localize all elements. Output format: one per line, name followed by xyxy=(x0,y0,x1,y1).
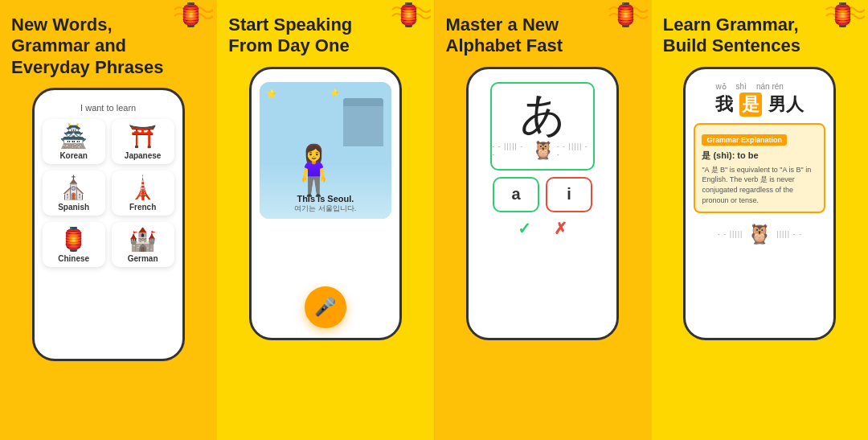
lang-card-chinese[interactable]: 🏮 Chinese xyxy=(43,222,105,267)
audio-waves-2: - - ||||| - - xyxy=(557,142,594,158)
star-2: ⭐ xyxy=(330,88,339,97)
chinese-sentence: wǒ shì nán rén 我 是 男人 xyxy=(715,82,804,117)
lang-card-korean[interactable]: 🏯 Korean xyxy=(43,119,105,164)
german-icon: 🏰 xyxy=(129,228,157,251)
audio-wave-left: - - ||||| xyxy=(718,230,743,238)
verdict-row: ✓ ✗ xyxy=(518,219,567,238)
phone-mockup-4: wǒ shì nán rén 我 是 男人 Grammar Explanatio… xyxy=(683,67,836,340)
mascot-1: 🦉 xyxy=(532,140,554,161)
character-display: あ xyxy=(520,92,566,137)
speaking-screen: 🧍‍♀️ ⭐ ⭐ This is Seoul. 여기는 서울입니다. xyxy=(260,82,391,219)
mic-button[interactable]: 🎤 xyxy=(305,286,346,328)
korean-icon: 🏯 xyxy=(59,125,88,148)
person-figure: 🧍‍♀️ xyxy=(284,146,344,195)
panel-grammar: 🏮 Learn Grammar, Build Sentences wǒ shì … xyxy=(651,0,868,440)
chinese-icon: 🏮 xyxy=(59,228,88,251)
char-footer: - - ||||| - - 🦉 - - ||||| - - xyxy=(492,140,593,161)
grammar-explanation-box: Grammar Explanation 是 (shì): to be "A 是 … xyxy=(694,123,825,213)
panel-2-title: Start Speaking From Day One xyxy=(228,14,422,57)
building-silhouette xyxy=(343,98,383,146)
panel-vocabulary: 🏮 New Words, Grammar and Everyday Phrase… xyxy=(0,0,216,440)
panel-4-title: Learn Grammar, Build Sentences xyxy=(663,14,857,57)
star-1: ⭐ xyxy=(266,88,277,99)
character-card: あ - - ||||| - - 🦉 - - ||||| - - xyxy=(490,82,595,171)
french-icon: 🗼 xyxy=(129,177,157,199)
audio-wave-right: ||||| - - xyxy=(776,230,802,238)
checkmark-icon: ✓ xyxy=(518,219,531,238)
spanish-icon: ⛪ xyxy=(59,177,88,199)
phone-mockup-2: 🧍‍♀️ ⭐ ⭐ This is Seoul. 여기는 서울입니다. 🎤 xyxy=(249,67,402,340)
panel-1-title: New Words, Grammar and Everyday Phrases xyxy=(11,14,205,78)
char-wo: 我 xyxy=(715,93,733,117)
phone-mockup-3: あ - - ||||| - - 🦉 - - ||||| - - a i ✓ ✗ xyxy=(466,67,619,340)
x-icon: ✗ xyxy=(554,219,567,238)
answer-card-a[interactable]: a xyxy=(493,177,539,212)
panel-3-title: Master a New Alphabet Fast xyxy=(446,14,640,57)
chinese-chars-row: 我 是 男人 xyxy=(715,93,804,117)
answer-row: a i xyxy=(477,177,608,212)
speech-korean: 여기는 서울입니다. xyxy=(294,204,356,214)
mic-icon: 🎤 xyxy=(314,297,336,318)
phone-mockup-1: I want to learn 🏯 Korean ⛩️ Japanese ⛪ S… xyxy=(32,88,185,361)
lang-card-french[interactable]: 🗼 French xyxy=(112,171,174,216)
panel-alphabet: 🏮 Master a New Alphabet Fast あ - - |||||… xyxy=(434,0,651,440)
grammar-box-title: Grammar Explanation xyxy=(702,134,787,146)
french-label: French xyxy=(129,203,156,212)
mascot-icon: 🦉 xyxy=(747,223,772,245)
panel-speaking: 🏮 Start Speaking From Day One 🧍‍♀️ ⭐ ⭐ T… xyxy=(216,0,433,440)
pinyin-3: nán rén xyxy=(756,82,784,91)
pinyin-1: wǒ xyxy=(715,82,726,91)
mic-container: 🎤 xyxy=(305,232,346,328)
chinese-label: Chinese xyxy=(58,254,89,263)
audio-waves-1: - - ||||| - - xyxy=(492,142,529,158)
lang-card-german[interactable]: 🏰 German xyxy=(112,222,174,267)
lang-card-japanese[interactable]: ⛩️ Japanese xyxy=(112,119,174,164)
char-nanren: 男人 xyxy=(768,93,804,117)
japanese-label: Japanese xyxy=(125,151,162,160)
answer-card-i[interactable]: i xyxy=(546,177,592,212)
audio-mascot-row: - - ||||| 🦉 ||||| - - xyxy=(718,223,802,245)
lang-card-spanish[interactable]: ⛪ Spanish xyxy=(43,171,105,216)
grammar-term: 是 (shì): to be xyxy=(702,150,817,162)
language-grid: 🏯 Korean ⛩️ Japanese ⛪ Spanish 🗼 French … xyxy=(43,119,174,267)
german-label: German xyxy=(128,254,158,263)
pinyin-2: shì xyxy=(736,82,747,91)
grammar-description: "A 是 B" is equivalent to "A is B" in Eng… xyxy=(702,165,817,205)
korean-label: Korean xyxy=(59,151,87,160)
speech-english: This is Seoul. xyxy=(294,194,356,204)
learn-label: I want to learn xyxy=(80,103,136,113)
japanese-icon: ⛩️ xyxy=(129,125,157,148)
spanish-label: Spanish xyxy=(58,203,89,212)
pinyin-row: wǒ shì nán rén xyxy=(715,82,804,91)
char-shi: 是 xyxy=(739,93,762,117)
speech-area: This is Seoul. 여기는 서울입니다. xyxy=(294,194,356,214)
alphabet-screen: あ - - ||||| - - 🦉 - - ||||| - - a i ✓ ✗ xyxy=(477,82,608,238)
grammar-screen: wǒ shì nán rén 我 是 男人 Grammar Explanatio… xyxy=(694,82,825,245)
